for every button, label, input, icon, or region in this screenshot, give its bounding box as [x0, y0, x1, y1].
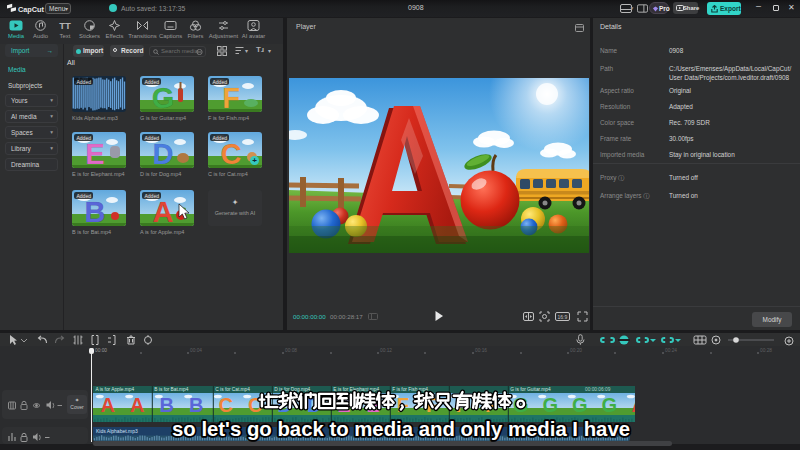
- svg-text:so let's go back to media and: so let's go back to media and only media…: [172, 417, 630, 440]
